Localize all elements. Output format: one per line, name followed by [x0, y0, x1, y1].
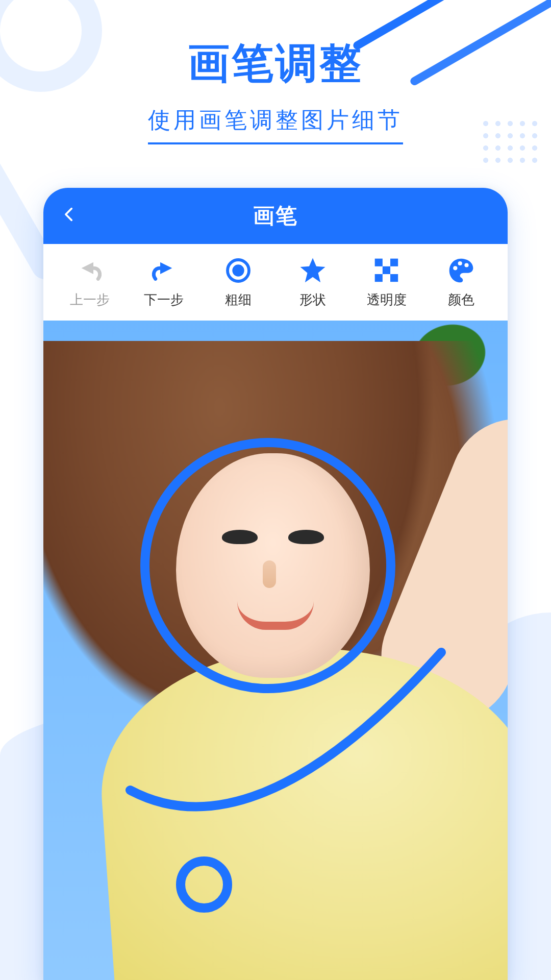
opacity-icon — [372, 256, 401, 285]
tool-thickness[interactable]: 粗细 — [205, 256, 271, 309]
palette-icon — [447, 256, 475, 285]
svg-point-7 — [453, 266, 457, 270]
tool-label: 透明度 — [367, 291, 407, 309]
tool-label: 下一步 — [144, 291, 184, 309]
brush-stroke-curve — [125, 637, 452, 851]
tool-undo[interactable]: 上一步 — [57, 256, 123, 309]
tool-shape[interactable]: 形状 — [280, 256, 346, 309]
back-button[interactable] — [61, 206, 78, 226]
undo-icon — [76, 256, 104, 285]
hero-title: 画笔调整 — [0, 36, 551, 92]
redo-icon — [149, 256, 178, 285]
hero-subtitle-underline: 使用画笔调整图片细节 — [148, 105, 403, 144]
appbar-title: 画笔 — [253, 202, 298, 230]
svg-rect-3 — [383, 266, 390, 274]
svg-rect-2 — [375, 258, 383, 266]
tool-label: 形状 — [299, 291, 326, 309]
phone-mockup: 画笔 上一步 下一步 粗细 形状 — [43, 188, 508, 980]
tool-label: 上一步 — [70, 291, 110, 309]
tool-label: 颜色 — [448, 291, 474, 309]
svg-point-1 — [232, 264, 244, 276]
thickness-icon — [224, 256, 253, 285]
svg-point-9 — [465, 263, 469, 267]
editor-canvas[interactable] — [43, 321, 508, 980]
chevron-left-icon — [61, 206, 78, 223]
brush-stroke-small-circle — [176, 856, 232, 913]
appbar: 画笔 — [43, 188, 508, 244]
tool-label: 粗细 — [225, 291, 252, 309]
hero: 画笔调整 使用画笔调整图片细节 — [0, 0, 551, 144]
hero-subtitle: 使用画笔调整图片细节 — [148, 105, 403, 135]
toolbar: 上一步 下一步 粗细 形状 — [43, 244, 508, 321]
svg-point-8 — [458, 261, 462, 265]
svg-rect-5 — [375, 274, 383, 282]
svg-rect-6 — [390, 274, 398, 282]
svg-rect-4 — [390, 258, 398, 266]
tool-opacity[interactable]: 透明度 — [354, 256, 420, 309]
tool-color[interactable]: 颜色 — [428, 256, 494, 309]
tool-redo[interactable]: 下一步 — [131, 256, 197, 309]
shape-icon — [298, 256, 327, 285]
